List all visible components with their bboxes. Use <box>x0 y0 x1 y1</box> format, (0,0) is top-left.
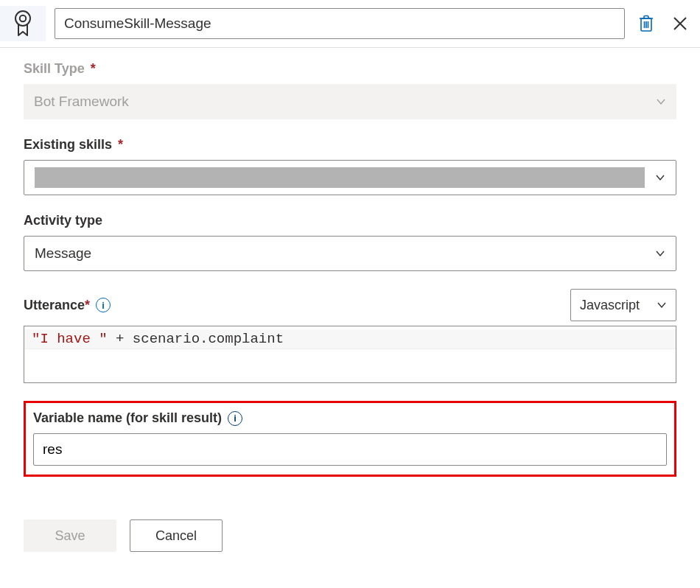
existing-skills-label: Existing skills * <box>24 137 676 153</box>
variable-name-label: Variable name (for skill result) i <box>33 410 667 426</box>
cancel-button[interactable]: Cancel <box>130 519 223 552</box>
chevron-down-icon <box>655 248 665 259</box>
required-asterisk: * <box>85 298 90 312</box>
activity-type-label: Activity type <box>24 213 676 228</box>
close-button[interactable] <box>668 11 693 36</box>
utterance-label: Utterance* i <box>24 298 111 313</box>
variable-name-input[interactable] <box>33 433 667 466</box>
form-buttons: Save Cancel <box>24 519 676 552</box>
info-icon[interactable]: i <box>96 298 111 312</box>
utterance-code-line: "I have " + scenario.complaint <box>24 329 676 349</box>
node-title-input[interactable] <box>55 8 625 39</box>
skill-badge-icon <box>0 6 46 41</box>
skill-type-label-text: Skill Type <box>24 61 85 77</box>
utterance-language-select[interactable]: Javascript <box>570 289 676 321</box>
info-icon[interactable]: i <box>228 411 242 426</box>
activity-type-field: Activity type Message <box>24 213 676 271</box>
skill-type-value: Bot Framework <box>34 94 129 110</box>
title-bar <box>0 0 700 48</box>
activity-type-label-text: Activity type <box>24 213 102 228</box>
variable-name-highlight: Variable name (for skill result) i <box>24 401 676 477</box>
utterance-field: Utterance* i Javascript "I have " + scen… <box>24 289 676 383</box>
svg-point-1 <box>20 15 26 21</box>
required-asterisk: * <box>118 137 123 153</box>
chevron-down-icon <box>657 300 667 310</box>
delete-button[interactable] <box>634 11 659 36</box>
existing-skills-select[interactable] <box>24 160 676 195</box>
svg-point-0 <box>15 11 30 26</box>
existing-skills-field: Existing skills * <box>24 137 676 195</box>
skill-type-field: Skill Type * Bot Framework <box>24 61 676 119</box>
activity-type-select[interactable]: Message <box>24 236 676 271</box>
form-body: Skill Type * Bot Framework Existing skil… <box>0 48 700 575</box>
existing-skills-label-text: Existing skills <box>24 137 112 153</box>
utterance-label-text: Utterance <box>24 298 85 312</box>
activity-type-value: Message <box>35 245 91 262</box>
close-icon <box>672 15 688 32</box>
existing-skills-value-redacted <box>35 167 645 188</box>
chevron-down-icon <box>656 97 666 107</box>
variable-name-label-text: Variable name (for skill result) <box>33 410 222 426</box>
required-asterisk: * <box>91 61 96 77</box>
save-button: Save <box>24 519 116 552</box>
skill-type-select-disabled: Bot Framework <box>24 84 676 119</box>
chevron-down-icon <box>655 172 665 183</box>
utterance-code-editor[interactable]: "I have " + scenario.complaint <box>24 326 676 383</box>
trash-icon <box>638 15 654 32</box>
skill-type-label: Skill Type * <box>24 61 676 77</box>
utterance-language-value: Javascript <box>580 298 640 313</box>
